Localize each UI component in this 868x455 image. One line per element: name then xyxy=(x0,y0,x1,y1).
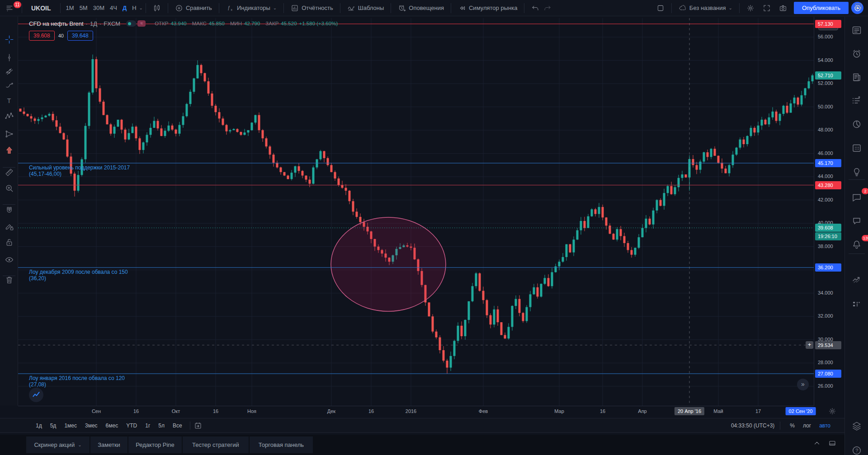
range-button-6мес[interactable]: 6мес xyxy=(102,422,123,429)
arrow-marker-tool[interactable] xyxy=(3,144,15,156)
crosshair-tool[interactable] xyxy=(3,33,15,46)
tradingview-logo[interactable] xyxy=(29,388,43,402)
chevron-down-icon: ⌄ xyxy=(78,442,81,447)
auto-scale-button[interactable]: авто xyxy=(815,422,835,429)
chevron-down-icon[interactable]: ⌄ xyxy=(139,5,143,10)
series-visibility-toggle[interactable]: ≈ xyxy=(126,20,146,27)
watchlist-button[interactable] xyxy=(850,23,863,37)
range-button-Все[interactable]: Все xyxy=(169,422,186,429)
xabcd-pattern-tool[interactable] xyxy=(3,110,15,122)
time-tick: Окт xyxy=(172,408,180,414)
forecast-icon xyxy=(5,129,14,139)
interval-button-1М[interactable]: 1М xyxy=(63,5,77,11)
trend-line-tool[interactable] xyxy=(3,51,15,64)
snapshot-button[interactable] xyxy=(775,0,791,16)
chart-style-button[interactable] xyxy=(149,0,165,16)
time-scale[interactable]: Сен16Окт16НояДек162016ФевМар16АпрМай1720… xyxy=(18,406,814,417)
range-button-1мес[interactable]: 1мес xyxy=(60,422,81,429)
line-annotation-text[interactable]: Сильный уровень поддержки 2015-2017(45,1… xyxy=(29,164,130,177)
forecast-tool[interactable] xyxy=(3,127,15,140)
range-button-5д[interactable]: 5д xyxy=(46,422,61,429)
alarm-clock-button[interactable] xyxy=(850,47,863,61)
layout-select-button[interactable] xyxy=(652,0,669,16)
tab-торговая-панель[interactable]: Торговая панель xyxy=(250,436,313,453)
fullscreen-button[interactable] xyxy=(759,0,775,16)
percent-scale-button[interactable]: % xyxy=(786,422,799,429)
collapse-panel-icon[interactable] xyxy=(813,439,821,447)
candlestick-chart[interactable] xyxy=(0,0,868,455)
interval-button-4Ч[interactable]: 4Ч xyxy=(107,5,120,11)
interval-button-Д[interactable]: Д xyxy=(120,5,129,11)
watchlist-icon[interactable] xyxy=(854,2,863,10)
tab-тестер-стратегий[interactable]: Тестер стратегий xyxy=(183,436,249,453)
replay-button[interactable]: Симулятор рынка xyxy=(454,0,521,16)
undo-button[interactable] xyxy=(527,0,543,16)
news-button[interactable] xyxy=(850,70,863,84)
price-label-36.200: 36.200 xyxy=(815,263,841,272)
save-layout-button[interactable]: Без названия ⌄ xyxy=(675,0,736,16)
chat-button[interactable]: 2 xyxy=(850,191,863,204)
range-button-5л[interactable]: 5л xyxy=(154,422,169,429)
comment-button[interactable] xyxy=(850,214,863,228)
goto-date-icon[interactable] xyxy=(194,422,202,430)
layers-button[interactable] xyxy=(850,419,863,433)
arrow-marker-icon xyxy=(5,145,14,155)
calendar-button[interactable] xyxy=(850,141,863,155)
ruler-tool[interactable] xyxy=(3,166,15,178)
redo-arrow-icon xyxy=(543,4,552,12)
brush-tool[interactable] xyxy=(3,79,15,91)
buy-price-button[interactable]: 39.648 xyxy=(67,31,93,41)
range-button-YTD[interactable]: YTD xyxy=(122,422,141,429)
range-button-1г[interactable]: 1г xyxy=(141,422,154,429)
apps-grid-button[interactable] xyxy=(850,297,863,311)
log-scale-button[interactable]: лог xyxy=(799,422,815,429)
symbol-title[interactable]: CFD на нефть Brent xyxy=(29,20,84,27)
redo-button[interactable] xyxy=(543,0,556,16)
line-annotation-text[interactable]: Лоу декабря 2009 после обвала со 150(36,… xyxy=(29,269,128,281)
draw-lock-tool[interactable] xyxy=(3,220,15,233)
range-button-3мес[interactable]: 3мес xyxy=(81,422,102,429)
tab-редактор-pine[interactable]: Редактор Pine xyxy=(128,436,182,453)
drawing-toolbar: T xyxy=(0,17,18,406)
lock-tool[interactable] xyxy=(3,236,15,249)
time-tick: Май xyxy=(713,408,723,414)
bell-button[interactable]: 135 xyxy=(850,238,863,251)
pie-chart-button[interactable] xyxy=(850,117,863,131)
indicators-button[interactable]: ƒx Индикаторы ⌄ xyxy=(222,0,281,16)
sell-price-button[interactable]: 39.608 xyxy=(29,31,55,41)
help-button[interactable]: ? xyxy=(850,444,863,455)
clock[interactable]: 04:33:50 (UTC+3) xyxy=(731,422,774,429)
tab-заметки[interactable]: Заметки xyxy=(90,436,127,453)
svg-text:ƒ: ƒ xyxy=(227,5,230,10)
eye-tool[interactable] xyxy=(3,253,15,266)
publish-button[interactable]: Опубликовать xyxy=(794,2,849,14)
alerts-button[interactable]: Оповещения xyxy=(394,0,448,16)
time-tick: Сен xyxy=(92,408,101,414)
tab-скринер-акций[interactable]: Скринер акций⌄ xyxy=(26,436,90,453)
magnet-tool[interactable] xyxy=(3,204,15,216)
chart-settings-button[interactable] xyxy=(742,0,759,16)
scroll-to-realtime-button[interactable]: » xyxy=(797,379,809,390)
ellipse-drawing[interactable] xyxy=(331,217,446,311)
price-scale[interactable]: 56.00054.00052.00050.00048.00046.00044.0… xyxy=(814,17,844,406)
compare-button[interactable]: Сравнить xyxy=(171,0,216,16)
interval-button-30М[interactable]: 30М xyxy=(90,5,107,11)
time-tick: Дек xyxy=(327,408,335,414)
apps-grid-icon xyxy=(851,299,862,310)
markets-arrows-button[interactable] xyxy=(850,273,863,286)
interval-button-5М[interactable]: 5М xyxy=(77,5,90,11)
interval-button-Н[interactable]: Н xyxy=(129,5,139,11)
lightbulb-button[interactable] xyxy=(850,164,863,178)
panel-window-icon[interactable] xyxy=(828,439,836,447)
line-annotation-text[interactable]: Лоу января 2016 после обвала со 120(27,0… xyxy=(29,375,125,388)
gann-lines-tool[interactable] xyxy=(3,65,15,77)
zoom-in-tool[interactable] xyxy=(3,182,15,194)
axis-settings-icon[interactable] xyxy=(828,407,836,415)
templates-button[interactable]: Шаблоны xyxy=(343,0,388,16)
report-button[interactable]: Отчётность xyxy=(287,0,337,16)
trash-tool[interactable] xyxy=(3,273,15,286)
object-tree-button[interactable] xyxy=(850,94,863,108)
range-button-1д[interactable]: 1д xyxy=(32,422,46,429)
symbol-button[interactable]: UKOIL xyxy=(25,5,57,12)
text-tool-tool[interactable]: T xyxy=(3,94,15,107)
